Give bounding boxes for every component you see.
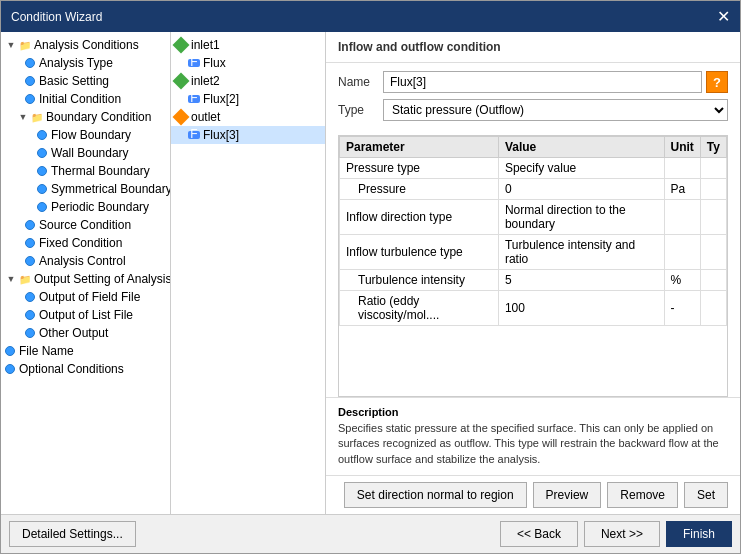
close-button[interactable]: ✕ bbox=[717, 7, 730, 26]
tree-item-thermal-boundary[interactable]: Thermal Boundary bbox=[1, 162, 170, 180]
middle-item-outlet[interactable]: outlet bbox=[171, 108, 325, 126]
value-cell: Normal direction to the boundary bbox=[498, 200, 664, 235]
tree-label-analysis-type: Analysis Type bbox=[39, 56, 113, 70]
unit-cell: - bbox=[664, 291, 700, 326]
typ-cell bbox=[700, 158, 726, 179]
tree-item-file-name[interactable]: File Name bbox=[1, 342, 170, 360]
flux-icon: F bbox=[187, 57, 201, 69]
middle-item-inlet1[interactable]: inlet1 bbox=[171, 36, 325, 54]
blue-dot-icon bbox=[25, 76, 35, 86]
blue-dot-icon bbox=[25, 310, 35, 320]
tree-label-periodic-boundary: Periodic Boundary bbox=[51, 200, 149, 214]
tree-label-flow-boundary: Flow Boundary bbox=[51, 128, 131, 142]
tree-item-fixed-condition[interactable]: Fixed Condition bbox=[1, 234, 170, 252]
tree-item-other-output[interactable]: Other Output bbox=[1, 324, 170, 342]
type-row: Type Static pressure (Outflow) Total pre… bbox=[338, 99, 728, 121]
tree-item-output-setting[interactable]: ▼ 📁 Output Setting of Analysis Data bbox=[1, 270, 170, 288]
blue-dot-icon bbox=[25, 220, 35, 230]
folder-icon: 📁 bbox=[18, 272, 32, 286]
tree-label-other-output: Other Output bbox=[39, 326, 108, 340]
tree-item-periodic-boundary[interactable]: Periodic Boundary bbox=[1, 198, 170, 216]
name-input[interactable] bbox=[383, 71, 702, 93]
middle-label-inlet2: inlet2 bbox=[191, 74, 220, 88]
tree-label-boundary-condition: Boundary Condition bbox=[46, 110, 151, 124]
table-row: Pressure type Specify value bbox=[340, 158, 727, 179]
middle-item-flux2[interactable]: F Flux[2] bbox=[171, 90, 325, 108]
back-button[interactable]: << Back bbox=[500, 521, 578, 547]
tree-item-analysis-type[interactable]: Analysis Type bbox=[1, 54, 170, 72]
tree-item-symmetrical-boundary[interactable]: Symmetrical Boundary bbox=[1, 180, 170, 198]
remove-button[interactable]: Remove bbox=[607, 482, 678, 508]
flux-icon: F bbox=[187, 129, 201, 141]
middle-label-inlet1: inlet1 bbox=[191, 38, 220, 52]
value-cell: Turbulence intensity and ratio bbox=[498, 235, 664, 270]
middle-item-flux3[interactable]: F Flux[3] bbox=[171, 126, 325, 144]
value-cell: 5 bbox=[498, 270, 664, 291]
tree-label-analysis-conditions: Analysis Conditions bbox=[34, 38, 139, 52]
help-button[interactable]: ? bbox=[706, 71, 728, 93]
blue-dot-icon bbox=[25, 238, 35, 248]
unit-cell: Pa bbox=[664, 179, 700, 200]
typ-cell bbox=[700, 291, 726, 326]
col-typ: Ty bbox=[700, 137, 726, 158]
tree-item-initial-condition[interactable]: Initial Condition bbox=[1, 90, 170, 108]
table-row: Ratio (eddy viscosity/mol.... 100 - bbox=[340, 291, 727, 326]
main-content: ▼ 📁 Analysis Conditions Analysis Type Ba… bbox=[1, 32, 740, 514]
tree-label-file-name: File Name bbox=[19, 344, 74, 358]
tree-label-fixed-condition: Fixed Condition bbox=[39, 236, 122, 250]
middle-label-outlet: outlet bbox=[191, 110, 220, 124]
set-direction-button[interactable]: Set direction normal to region bbox=[344, 482, 527, 508]
inlet-icon bbox=[173, 37, 190, 54]
typ-cell bbox=[700, 270, 726, 291]
tree-item-boundary-condition[interactable]: ▼ 📁 Boundary Condition bbox=[1, 108, 170, 126]
tree-item-flow-boundary[interactable]: Flow Boundary bbox=[1, 126, 170, 144]
footer: Detailed Settings... << Back Next >> Fin… bbox=[1, 514, 740, 553]
unit-cell bbox=[664, 200, 700, 235]
tree-label-source-condition: Source Condition bbox=[39, 218, 131, 232]
tree-label-wall-boundary: Wall Boundary bbox=[51, 146, 129, 160]
next-button[interactable]: Next >> bbox=[584, 521, 660, 547]
blue-dot-icon bbox=[25, 58, 35, 68]
blue-dot-icon bbox=[5, 346, 15, 356]
tree-item-output-list[interactable]: Output of List File bbox=[1, 306, 170, 324]
tree-item-wall-boundary[interactable]: Wall Boundary bbox=[1, 144, 170, 162]
value-cell: Specify value bbox=[498, 158, 664, 179]
svg-text:F: F bbox=[190, 93, 197, 105]
middle-item-inlet2[interactable]: inlet2 bbox=[171, 72, 325, 90]
middle-item-flux1[interactable]: F Flux bbox=[171, 54, 325, 72]
middle-panel: inlet1 F Flux inlet2 F Flux[2] outlet F bbox=[171, 32, 326, 514]
tree-item-analysis-conditions[interactable]: ▼ 📁 Analysis Conditions bbox=[1, 36, 170, 54]
blue-dot-icon bbox=[25, 292, 35, 302]
tree-label-output-setting: Output Setting of Analysis Data bbox=[34, 272, 171, 286]
tree-item-analysis-control[interactable]: Analysis Control bbox=[1, 252, 170, 270]
set-button[interactable]: Set bbox=[684, 482, 728, 508]
tree-item-output-field[interactable]: Output of Field File bbox=[1, 288, 170, 306]
action-buttons: Set direction normal to region Preview R… bbox=[326, 475, 740, 514]
finish-button[interactable]: Finish bbox=[666, 521, 732, 547]
outlet-icon bbox=[173, 109, 190, 126]
folder-icon: 📁 bbox=[30, 110, 44, 124]
table-row: Pressure 0 Pa bbox=[340, 179, 727, 200]
flux-icon: F bbox=[187, 93, 201, 105]
tree-item-source-condition[interactable]: Source Condition bbox=[1, 216, 170, 234]
tree-item-basic-setting[interactable]: Basic Setting bbox=[1, 72, 170, 90]
typ-cell bbox=[700, 179, 726, 200]
typ-cell bbox=[700, 235, 726, 270]
param-cell: Inflow direction type bbox=[340, 200, 499, 235]
table-row: Inflow turbulence type Turbulence intens… bbox=[340, 235, 727, 270]
value-cell: 0 bbox=[498, 179, 664, 200]
tree-label-symmetrical-boundary: Symmetrical Boundary bbox=[51, 182, 171, 196]
tree-label-analysis-control: Analysis Control bbox=[39, 254, 126, 268]
col-parameter: Parameter bbox=[340, 137, 499, 158]
param-cell: Inflow turbulence type bbox=[340, 235, 499, 270]
preview-button[interactable]: Preview bbox=[533, 482, 602, 508]
param-cell: Turbulence intensity bbox=[340, 270, 499, 291]
blue-dot-icon bbox=[37, 184, 47, 194]
type-select[interactable]: Static pressure (Outflow) Total pressure… bbox=[383, 99, 728, 121]
blue-dot-icon bbox=[25, 328, 35, 338]
svg-text:F: F bbox=[190, 129, 197, 141]
tree-item-optional-conditions[interactable]: Optional Conditions bbox=[1, 360, 170, 378]
detailed-settings-button[interactable]: Detailed Settings... bbox=[9, 521, 136, 547]
parameter-table-container: Parameter Value Unit Ty Pressure type Sp… bbox=[338, 135, 728, 397]
unit-cell: % bbox=[664, 270, 700, 291]
